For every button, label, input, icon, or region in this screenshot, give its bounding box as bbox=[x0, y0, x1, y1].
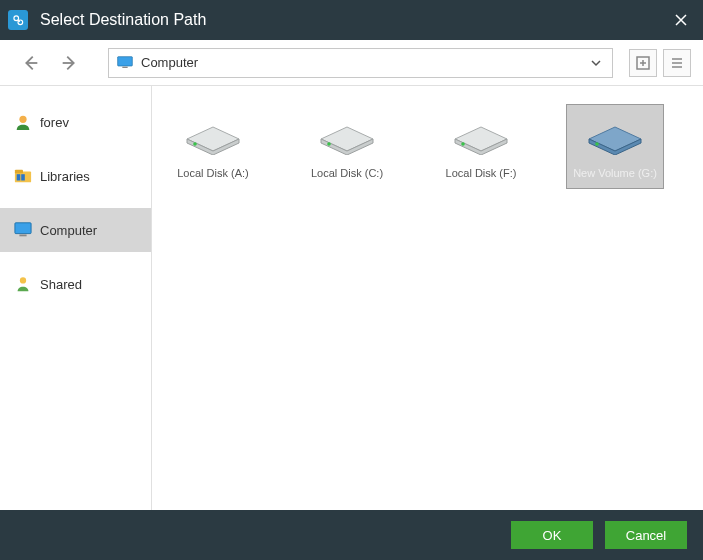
sidebar-item-libraries[interactable]: Libraries bbox=[0, 154, 151, 198]
list-view-button[interactable] bbox=[663, 49, 691, 77]
main-area: forev Libraries Computer Shared bbox=[0, 86, 703, 510]
svg-point-5 bbox=[19, 116, 26, 123]
sidebar-item-label: forev bbox=[40, 115, 69, 130]
drive-item[interactable]: New Volume (G:) bbox=[566, 104, 664, 189]
libraries-icon bbox=[14, 167, 32, 185]
disk-icon bbox=[315, 111, 379, 159]
nav-arrows bbox=[0, 51, 100, 75]
breadcrumb-dropdown-icon[interactable] bbox=[584, 51, 608, 75]
svg-point-15 bbox=[461, 142, 465, 146]
svg-rect-7 bbox=[15, 170, 23, 174]
sidebar-item-shared[interactable]: Shared bbox=[0, 262, 151, 306]
svg-point-0 bbox=[14, 16, 19, 21]
cancel-button[interactable]: Cancel bbox=[605, 521, 687, 549]
back-button[interactable] bbox=[18, 51, 42, 75]
svg-point-16 bbox=[595, 142, 599, 146]
sidebar-item-label: Libraries bbox=[40, 169, 90, 184]
sidebar-item-label: Shared bbox=[40, 277, 82, 292]
svg-point-13 bbox=[193, 142, 197, 146]
drive-label: Local Disk (A:) bbox=[177, 167, 249, 180]
disk-icon bbox=[181, 111, 245, 159]
drive-item[interactable]: Local Disk (F:) bbox=[432, 104, 530, 189]
computer-icon bbox=[117, 56, 133, 70]
svg-rect-11 bbox=[19, 235, 26, 237]
ok-button[interactable]: OK bbox=[511, 521, 593, 549]
new-folder-button[interactable] bbox=[629, 49, 657, 77]
sidebar-item-user[interactable]: forev bbox=[0, 100, 151, 144]
breadcrumb-text: Computer bbox=[141, 55, 584, 70]
breadcrumb[interactable]: Computer bbox=[108, 48, 613, 78]
disk-icon bbox=[449, 111, 513, 159]
user-icon bbox=[14, 113, 32, 131]
svg-point-12 bbox=[20, 277, 26, 283]
disk-icon bbox=[583, 111, 647, 159]
drive-item[interactable]: Local Disk (A:) bbox=[164, 104, 262, 189]
computer-icon bbox=[14, 221, 32, 239]
toolbar: Computer bbox=[0, 40, 703, 86]
svg-point-14 bbox=[327, 142, 331, 146]
shared-icon bbox=[14, 275, 32, 293]
toolbar-buttons bbox=[629, 49, 703, 77]
drive-item[interactable]: Local Disk (C:) bbox=[298, 104, 396, 189]
app-logo-icon bbox=[8, 10, 28, 30]
svg-rect-9 bbox=[21, 174, 25, 180]
svg-rect-2 bbox=[118, 57, 133, 66]
drive-label: New Volume (G:) bbox=[573, 167, 657, 180]
forward-button[interactable] bbox=[58, 51, 82, 75]
close-button[interactable] bbox=[659, 0, 703, 40]
sidebar-item-label: Computer bbox=[40, 223, 97, 238]
svg-rect-10 bbox=[15, 223, 31, 234]
title-bar: Select Destination Path bbox=[0, 0, 703, 40]
svg-rect-3 bbox=[122, 67, 127, 68]
sidebar: forev Libraries Computer Shared bbox=[0, 86, 152, 510]
window-title: Select Destination Path bbox=[36, 11, 659, 29]
drive-label: Local Disk (F:) bbox=[446, 167, 517, 180]
footer: OK Cancel bbox=[0, 510, 703, 560]
drive-grid: Local Disk (A:) Local Disk (C:) Loca bbox=[152, 86, 703, 510]
svg-rect-8 bbox=[17, 174, 21, 180]
sidebar-item-computer[interactable]: Computer bbox=[0, 208, 151, 252]
drive-label: Local Disk (C:) bbox=[311, 167, 383, 180]
